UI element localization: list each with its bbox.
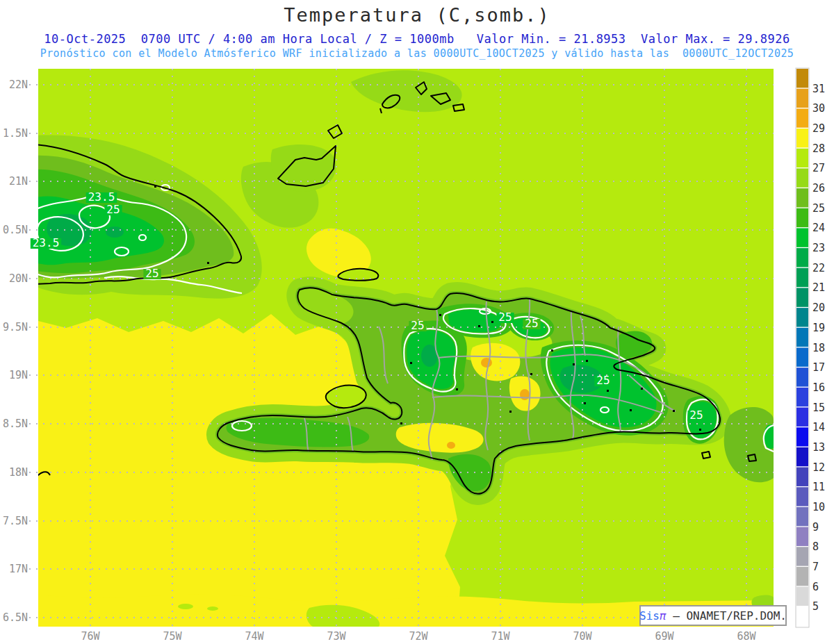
colorbar-segment	[796, 567, 808, 586]
lat-label: 7.5N	[3, 515, 28, 527]
colorbar-label: 6	[812, 581, 819, 593]
contour-label: 25	[411, 319, 424, 332]
colorbar-segment	[796, 168, 808, 187]
colorbar-label: 28	[812, 142, 825, 155]
colorbar-segment	[796, 89, 808, 108]
colorbar-segment	[796, 427, 808, 446]
colorbar-label: 19	[812, 322, 825, 334]
attribution-brand: Sis	[639, 609, 660, 622]
colorbar-label: 24	[812, 222, 825, 234]
colorbar-segment	[796, 368, 808, 386]
colorbar-label: 17	[812, 361, 825, 374]
lat-label: 6.5N	[3, 611, 28, 624]
colorbar-label: 25	[812, 202, 825, 215]
lat-label: 20N	[9, 272, 28, 285]
colorbar-label: 9	[812, 521, 819, 534]
contour-label: 25	[689, 408, 703, 422]
colorbar-segment	[796, 288, 808, 306]
contour-label: 25	[498, 311, 512, 324]
colorbar-label: 23	[812, 242, 825, 254]
colorbar-segment	[796, 69, 808, 88]
colorbar-label: 18	[812, 342, 825, 354]
lat-label: 19N	[9, 369, 28, 381]
lat-label: 9.5N	[3, 321, 28, 333]
colorbar-label: 14	[812, 421, 825, 434]
lat-label: 8.5N	[3, 418, 28, 430]
lat-label: 17N	[9, 563, 28, 575]
lon-label: 76W	[81, 630, 100, 643]
colorbar-segment	[796, 507, 808, 526]
colorbar-segment	[796, 348, 808, 367]
attribution-box: Sisπ – ONAMET/REP.DOM.	[639, 605, 787, 626]
colorbar-label: 30	[812, 102, 825, 115]
colorbar-segment	[796, 228, 808, 247]
weather-map-page: Temperatura (C,somb.) 10-Oct-2025 0700 U…	[0, 0, 834, 644]
contour-label: 25	[596, 374, 610, 387]
lon-label: 75W	[163, 630, 182, 643]
lon-label: 73W	[327, 630, 346, 643]
colorbar-segment	[796, 268, 808, 287]
colorbar-label: 26	[812, 182, 825, 195]
colorbar-segment	[796, 527, 808, 546]
colorbar-segment	[796, 188, 808, 207]
colorbar-label: 21	[812, 281, 825, 294]
lat-label: 21N	[9, 175, 28, 188]
contour-label: 23.5	[33, 236, 60, 249]
colorbar-label: 29	[812, 122, 825, 135]
attribution-org: – ONAMET/REP.DOM.	[667, 609, 787, 622]
colorbar-segment	[796, 248, 808, 267]
colorbar-segment	[796, 587, 808, 606]
contour-label: 25	[525, 317, 538, 330]
colorbar-segment	[796, 108, 808, 127]
cool-patch-strip-3	[207, 606, 218, 611]
colorbar-segment	[796, 447, 808, 466]
colorbar-segment	[796, 487, 808, 506]
colorbar-label: 7	[812, 561, 819, 573]
contour-label: 25	[106, 203, 120, 216]
colorbar-label: 5	[812, 600, 819, 613]
colorbar-segment	[796, 149, 808, 167]
colorbar-label: 20	[812, 302, 825, 314]
lat-label: 1.5N	[3, 127, 28, 140]
colorbar-label: 15	[812, 402, 825, 414]
lon-label: 72W	[409, 630, 428, 643]
colorbar-label: 27	[812, 162, 825, 174]
lon-label: 71W	[491, 630, 510, 643]
colorbar-label: 8	[812, 540, 819, 553]
contour-label: 23.5	[88, 190, 115, 204]
lat-label: 18N	[9, 466, 28, 479]
colorbar-segment	[796, 308, 808, 327]
colorbar-segment	[796, 468, 808, 486]
temperature-map: 23.52523.5252525252525 22N1.5N21N0.5N20N…	[0, 0, 834, 644]
colorbar-segment	[796, 129, 808, 147]
colorbar-segment	[796, 328, 808, 347]
colorbar-label: 16	[812, 381, 825, 394]
colorbar-segment	[796, 408, 808, 427]
colorbar-label: 12	[812, 461, 825, 474]
lon-label: 74W	[245, 630, 264, 643]
colorbar-label: 13	[812, 441, 825, 454]
cool-patch-strip-2	[178, 604, 193, 609]
lat-label: 0.5N	[3, 224, 28, 236]
colorbar-segment	[796, 547, 808, 565]
attribution-pi-glyph: π	[660, 609, 667, 622]
lon-label: 70W	[573, 630, 592, 643]
colorbar-segment	[796, 388, 808, 406]
lon-label: 69W	[655, 630, 674, 643]
colorbar-label: 22	[812, 262, 825, 274]
colorbar-segment	[796, 208, 808, 227]
colorbar-label: 10	[812, 501, 825, 513]
colorbar: 3130292827262524232221201918171615141312…	[796, 68, 825, 627]
colorbar-segment	[796, 606, 808, 625]
shaded-field	[24, 69, 774, 627]
lat-label: 22N	[9, 79, 28, 91]
contour-label: 25	[145, 267, 158, 280]
colorbar-label: 11	[812, 481, 825, 493]
colorbar-label: 31	[812, 83, 825, 95]
lon-label: 68W	[737, 630, 756, 643]
